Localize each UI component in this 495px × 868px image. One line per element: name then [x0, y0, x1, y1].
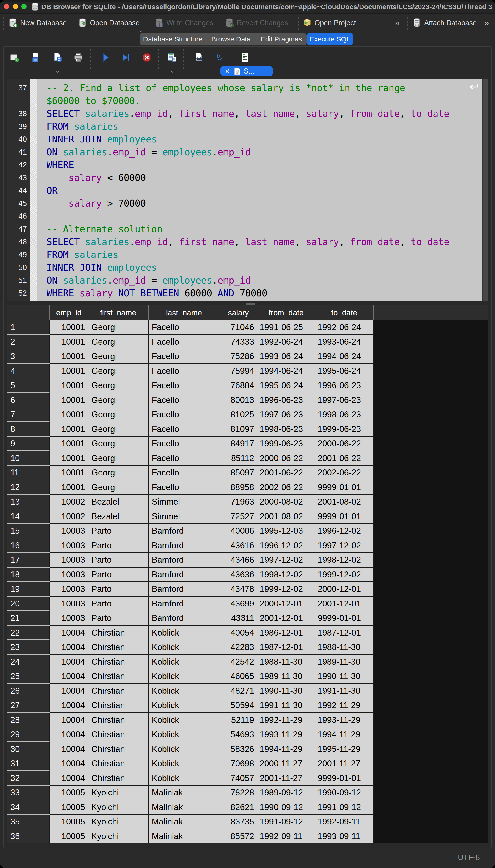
toolbar-overflow-chevron-icon[interactable]: »: [395, 18, 399, 28]
table-cell[interactable]: 1988-11-30: [315, 640, 374, 655]
zoom-window-button[interactable]: [21, 4, 27, 9]
table-cell[interactable]: Koblick: [149, 669, 220, 684]
table-cell[interactable]: 10001: [50, 349, 88, 364]
code-line[interactable]: [47, 210, 483, 223]
table-cell[interactable]: Georgi: [88, 466, 149, 480]
code-line[interactable]: INNER JOIN employees: [47, 261, 483, 274]
table-cell[interactable]: 1999-06-23: [257, 437, 315, 451]
table-cell[interactable]: 78228: [220, 785, 257, 800]
row-number-cell[interactable]: 16: [7, 538, 50, 553]
table-row[interactable]: 410001GeorgiFacello759941994-06-241995-0…: [7, 364, 488, 378]
table-row[interactable]: 1710003PartoBamford434661997-12-021998-1…: [7, 553, 488, 568]
table-cell[interactable]: 1993-09-11: [315, 829, 374, 844]
table-cell[interactable]: 1997-06-23: [257, 407, 315, 422]
table-cell[interactable]: 10004: [50, 727, 88, 742]
row-number-cell[interactable]: 27: [7, 698, 50, 713]
table-row[interactable]: 310001GeorgiFacello752861993-06-241994-0…: [7, 349, 488, 364]
column-header[interactable]: last_name: [149, 305, 220, 320]
table-cell[interactable]: 1994-11-29: [315, 727, 374, 742]
table-cell[interactable]: 10003: [50, 597, 88, 611]
table-cell[interactable]: 10001: [50, 320, 88, 335]
table-cell[interactable]: Bamford: [149, 553, 220, 568]
table-cell[interactable]: 2001-12-01: [257, 611, 315, 626]
table-cell[interactable]: 1998-06-23: [315, 407, 374, 422]
row-number-cell[interactable]: 19: [7, 582, 50, 597]
table-cell[interactable]: 43466: [220, 553, 257, 568]
row-number-cell[interactable]: 31: [7, 757, 50, 771]
table-cell[interactable]: 2001-08-02: [315, 495, 374, 509]
execute-current-line-button[interactable]: [121, 52, 131, 63]
table-row[interactable]: 3210004ChirstianKoblick740572001-11-2799…: [7, 771, 488, 786]
table-cell[interactable]: 2000-06-22: [257, 451, 315, 466]
table-cell[interactable]: 48271: [220, 684, 257, 698]
table-cell[interactable]: Koblick: [149, 771, 220, 786]
table-cell[interactable]: 83735: [220, 815, 257, 829]
table-cell[interactable]: Koblick: [149, 713, 220, 728]
table-row[interactable]: 2610004ChirstianKoblick482711990-11-3019…: [7, 684, 488, 698]
table-cell[interactable]: Koblick: [149, 757, 220, 771]
table-cell[interactable]: 76884: [220, 378, 257, 393]
stop-execution-button[interactable]: [141, 52, 152, 63]
table-cell[interactable]: Chirstian: [88, 713, 149, 728]
table-cell[interactable]: Bamford: [149, 611, 220, 626]
table-cell[interactable]: 1991-11-30: [315, 684, 374, 698]
table-cell[interactable]: Koblick: [149, 684, 220, 698]
table-cell[interactable]: 1995-06-24: [315, 364, 374, 378]
table-cell[interactable]: 43616: [220, 538, 257, 553]
row-number-cell[interactable]: 7: [7, 407, 50, 422]
table-cell[interactable]: Kyoichi: [88, 785, 149, 800]
code-line[interactable]: SELECT salaries.emp_id, first_name, last…: [47, 235, 483, 248]
table-cell[interactable]: Facello: [149, 349, 220, 364]
table-cell[interactable]: 58326: [220, 742, 257, 757]
table-cell[interactable]: 75994: [220, 364, 257, 378]
row-number-cell[interactable]: 15: [7, 524, 50, 538]
table-cell[interactable]: Facello: [149, 480, 220, 495]
table-cell[interactable]: 1994-06-24: [257, 364, 315, 378]
table-cell[interactable]: 1989-09-12: [257, 785, 315, 800]
table-row[interactable]: 1910003PartoBamford434781999-12-022000-1…: [7, 582, 488, 597]
row-number-cell[interactable]: 11: [7, 466, 50, 480]
table-cell[interactable]: 1998-12-02: [257, 568, 315, 582]
table-cell[interactable]: Facello: [149, 393, 220, 408]
row-number-cell[interactable]: 18: [7, 568, 50, 582]
table-cell[interactable]: 1989-11-30: [315, 655, 374, 670]
row-number-cell[interactable]: 33: [7, 785, 50, 800]
find-button[interactable]: [194, 52, 204, 63]
table-cell[interactable]: 10001: [50, 466, 88, 480]
save-sql-file-button[interactable]: [52, 52, 63, 63]
table-row[interactable]: 1110001GeorgiFacello850972001-06-222002-…: [7, 466, 488, 480]
row-number-cell[interactable]: 24: [7, 655, 50, 670]
table-cell[interactable]: 1992-06-24: [315, 320, 374, 335]
table-cell[interactable]: Maliniak: [149, 800, 220, 815]
row-number-cell[interactable]: 22: [7, 626, 50, 640]
table-cell[interactable]: 82621: [220, 800, 257, 815]
table-cell[interactable]: Parto: [88, 568, 149, 582]
table-cell[interactable]: 9999-01-01: [315, 771, 374, 786]
table-cell[interactable]: 10005: [50, 829, 88, 844]
table-cell[interactable]: 1991-09-12: [315, 800, 374, 815]
table-cell[interactable]: Chirstian: [88, 640, 149, 655]
table-cell[interactable]: 2001-08-02: [257, 509, 315, 524]
table-cell[interactable]: 10005: [50, 785, 88, 800]
table-cell[interactable]: Georgi: [88, 349, 149, 364]
table-cell[interactable]: Georgi: [88, 393, 149, 408]
table-cell[interactable]: 1996-12-02: [315, 524, 374, 538]
table-cell[interactable]: 1997-06-23: [315, 393, 374, 408]
table-cell[interactable]: 1993-11-29: [257, 727, 315, 742]
table-cell[interactable]: 1999-06-23: [315, 422, 374, 437]
editor-vertical-scrollbar[interactable]: [482, 79, 488, 301]
table-cell[interactable]: Georgi: [88, 407, 149, 422]
table-cell[interactable]: 1993-06-24: [257, 349, 315, 364]
table-row[interactable]: 2510004ChirstianKoblick460651989-11-3019…: [7, 669, 488, 684]
table-row[interactable]: 1510003PartoBamford400061995-12-031996-1…: [7, 524, 488, 538]
table-cell[interactable]: Parto: [88, 553, 149, 568]
table-cell[interactable]: 1999-12-02: [315, 568, 374, 582]
table-cell[interactable]: 2000-11-27: [257, 757, 315, 771]
table-cell[interactable]: 9999-01-01: [315, 509, 374, 524]
table-row[interactable]: 2010003PartoBamford436992000-12-012001-1…: [7, 597, 488, 611]
table-cell[interactable]: Chirstian: [88, 771, 149, 786]
row-number-cell[interactable]: 29: [7, 727, 50, 742]
table-cell[interactable]: Bamford: [149, 538, 220, 553]
table-cell[interactable]: 52119: [220, 713, 257, 728]
table-cell[interactable]: Parto: [88, 524, 149, 538]
